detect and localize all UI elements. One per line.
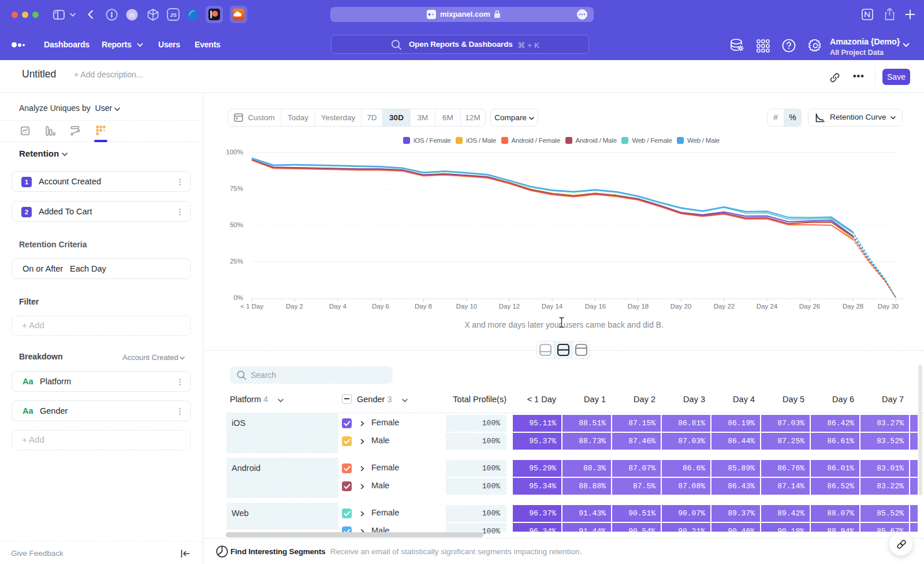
- svg-text:m: m: [129, 12, 135, 18]
- svg-text:JS: JS: [170, 12, 177, 18]
